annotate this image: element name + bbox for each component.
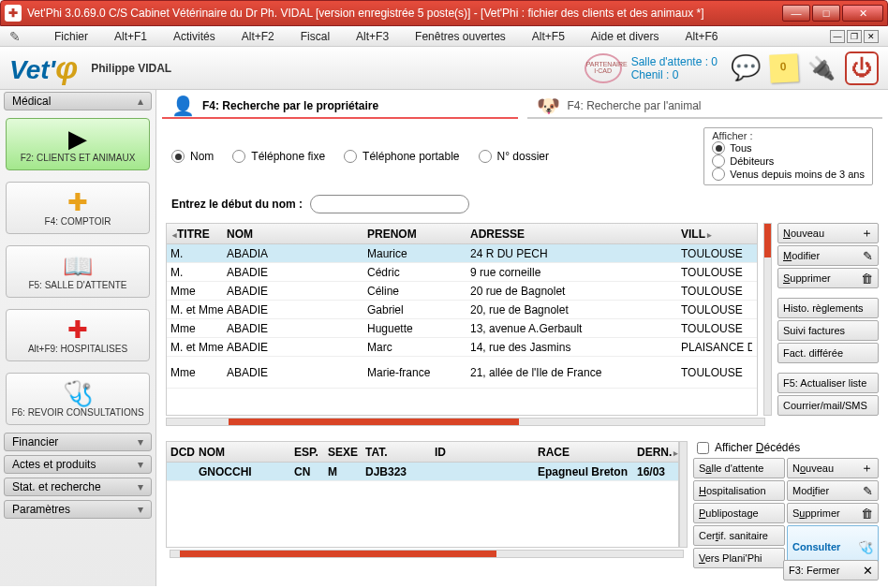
book-icon: 📖 [63, 254, 93, 278]
btn-fact-diff[interactable]: Fact. différée [777, 343, 879, 363]
table-row[interactable]: M.ABADIECédric9 rue corneilleTOULOUSE [167, 263, 757, 282]
stethoscope-icon: 🩺 [63, 381, 93, 405]
sidebar-btn-clients[interactable]: ▶F2: CLIENTS ET ANIMAUX [6, 118, 150, 170]
edit-icon[interactable]: ✎ [9, 29, 21, 44]
edit-icon: ✎ [863, 484, 873, 498]
sort-icon[interactable]: ▸ [707, 230, 712, 240]
sidebar-section-financier[interactable]: Financier▾ [4, 433, 152, 451]
edit-icon: ✎ [863, 249, 873, 263]
table-row[interactable]: M. et MmeABADIEMarc14, rue des JasminsPL… [167, 338, 757, 357]
sidebar-btn-comptoir[interactable]: ✚F4: COMPTOIR [6, 182, 150, 234]
table-row[interactable]: MmeABADIEMarie-france21, allée de l'Ile … [167, 357, 757, 389]
sticky-note-icon[interactable] [769, 53, 799, 83]
chevron-down-icon: ▾ [138, 480, 143, 493]
menu-fiscal[interactable]: Fiscal [301, 30, 330, 43]
menu-alt-f2: Alt+F2 [242, 30, 274, 43]
mdi-min-button[interactable]: — [830, 30, 845, 43]
sidebar-btn-revoir[interactable]: 🩺F6: REVOIR CONSULTATIONS [6, 373, 150, 425]
table-row[interactable]: M. et MmeABADIEGabriel20, rue de Bagnole… [167, 301, 757, 319]
menu-bar: ✎ Fichier Alt+F1 Activités Alt+F2 Fiscal… [0, 26, 888, 47]
sidebar-section-actes[interactable]: Actes et produits▾ [4, 455, 152, 474]
radio-tel-portable[interactable]: Téléphone portable [344, 150, 459, 163]
radio-debiteurs[interactable]: Débiteurs [712, 154, 865, 168]
power-button[interactable]: ⏻ [845, 51, 879, 85]
sidebar-btn-salle[interactable]: 📖F5: SALLE D'ATTENTE [6, 245, 150, 298]
trash-icon: 🗑 [861, 272, 873, 286]
window-max-button[interactable]: □ [812, 5, 840, 22]
mdi-close-button[interactable]: ✕ [864, 30, 879, 43]
brand-bar: Vet'φ Philippe VIDAL PARTENAIREI·CAD Sal… [0, 47, 888, 90]
chk-afficher-decedes[interactable] [697, 442, 709, 454]
btn-publipostage[interactable]: Publipostage [693, 503, 785, 523]
btn-client-modifier[interactable]: Modifier✎ [777, 245, 879, 266]
usb-icon[interactable]: 🔌 [807, 55, 836, 81]
sidebar-section-stat[interactable]: Stat. et recherche▾ [4, 478, 152, 496]
btn-actualiser[interactable]: F5: Actualiser liste [777, 373, 879, 393]
btn-client-supprimer[interactable]: Supprimer🗑 [777, 268, 879, 288]
icad-badge[interactable]: PARTENAIREI·CAD [585, 53, 622, 83]
clients-hscroll[interactable] [166, 418, 765, 426]
sidebar-section-param[interactable]: Paramètres▾ [4, 500, 152, 519]
btn-suivi[interactable]: Suivi factures [777, 320, 879, 341]
dog-icon: 🐶 [537, 95, 560, 117]
lbl-afficher-decedes: Afficher Décédés [715, 441, 800, 454]
animals-scroll[interactable] [679, 441, 688, 548]
sidebar-section-medical[interactable]: Médical▴ [4, 92, 152, 110]
btn-histo[interactable]: Histo. règlements [777, 298, 879, 318]
btn-animal-modifier[interactable]: Modifier✎ [787, 480, 879, 501]
menu-activites[interactable]: Activités [173, 30, 215, 43]
mdi-restore-button[interactable]: ❐ [847, 30, 862, 43]
btn-planiphi[interactable]: Vers Plani'Phi [693, 548, 785, 568]
table-row[interactable]: M.ABADIAMaurice24 R DU PECHTOULOUSE [167, 244, 757, 263]
client-actions: Nouveau＋ Modifier✎ Supprimer🗑 Histo. règ… [777, 223, 879, 416]
tab-search-by-owner[interactable]: 👤 F4: Recherche par le propriétaire [162, 95, 518, 119]
search-input[interactable] [310, 195, 469, 213]
animals-hscroll[interactable] [170, 550, 684, 558]
window-close-button[interactable]: ✕ [842, 5, 883, 22]
person-icon: 👤 [171, 95, 195, 117]
radio-tous[interactable]: Tous [712, 141, 865, 154]
cross-icon: ✚ [67, 317, 88, 342]
btn-courrier[interactable]: Courrier/mail/SMS [777, 395, 879, 416]
sidebar: Médical▴ ▶F2: CLIENTS ET ANIMAUX ✚F4: CO… [0, 90, 156, 586]
name-entry-label: Entrez le début du nom : [171, 198, 303, 211]
tab-search-by-animal[interactable]: 🐶 F4: Recherche par l'animal [527, 95, 883, 119]
window-min-button[interactable]: — [782, 5, 810, 22]
trash-icon: 🗑 [861, 507, 873, 521]
chevron-up-icon: ▴ [138, 95, 143, 108]
play-icon: ▶ [68, 126, 87, 151]
btn-fermer[interactable]: F3: Fermer✕ [783, 560, 879, 581]
salle-attente-count[interactable]: Salle d'attente : 0 [631, 55, 718, 68]
menu-fenetres[interactable]: Fenêtres ouvertes [415, 30, 506, 43]
chenil-count[interactable]: Chenil : 0 [631, 68, 718, 81]
btn-animal-nouveau[interactable]: Nouveau＋ [787, 458, 879, 478]
menu-alt-f1: Alt+F1 [114, 30, 147, 43]
app-icon: ✚ [5, 5, 22, 22]
btn-animal-supprimer[interactable]: Supprimer🗑 [787, 503, 879, 523]
close-icon: ✕ [863, 564, 873, 578]
chat-icon[interactable]: 💬 [731, 53, 761, 82]
menu-aide[interactable]: Aide et divers [591, 30, 659, 43]
btn-hospitalisation[interactable]: Hospitalisation [693, 480, 785, 501]
menu-fichier[interactable]: Fichier [54, 30, 88, 43]
content-area: 👤 F4: Recherche par le propriétaire 🐶 F4… [156, 90, 888, 586]
clients-table[interactable]: ◂TITRE NOM PRENOM ADRESSE VILL▸ M.ABADIA… [166, 223, 758, 416]
current-user: Philippe VIDAL [91, 62, 171, 75]
sort-icon[interactable]: ▸ [673, 448, 678, 458]
btn-salle-attente[interactable]: Salle d'attente [693, 458, 785, 478]
sidebar-btn-hospit[interactable]: ✚Alt+F9: HOSPITALISES [6, 309, 150, 361]
app-logo: Vet'φ [9, 50, 78, 86]
header-stats: Salle d'attente : 0 Chenil : 0 [631, 55, 718, 81]
radio-dossier[interactable]: N° dossier [479, 150, 549, 163]
table-row[interactable]: MmeABADIECéline20 rue de BagnoletTOULOUS… [167, 282, 757, 301]
table-row[interactable]: GNOCCHICNMDJB323Epagneul Breton16/03 [167, 463, 678, 481]
clients-scroll[interactable] [763, 223, 772, 416]
animals-table[interactable]: DCD NOM ESP. SEXE TAT. ID RACE DERN.▸ GN… [166, 441, 679, 548]
radio-venus[interactable]: Venus depuis moins de 3 ans [712, 168, 865, 181]
radio-tel-fixe[interactable]: Téléphone fixe [232, 150, 325, 163]
table-row[interactable]: MmeABADIEHuguette13, avenue A.GerbaultTO… [167, 319, 757, 338]
btn-certif[interactable]: Certif. sanitaire [693, 525, 785, 546]
animal-actions: Afficher Décédés Salle d'attente Nouveau… [693, 441, 879, 568]
radio-nom[interactable]: Nom [171, 150, 214, 163]
btn-client-nouveau[interactable]: Nouveau＋ [777, 223, 879, 243]
